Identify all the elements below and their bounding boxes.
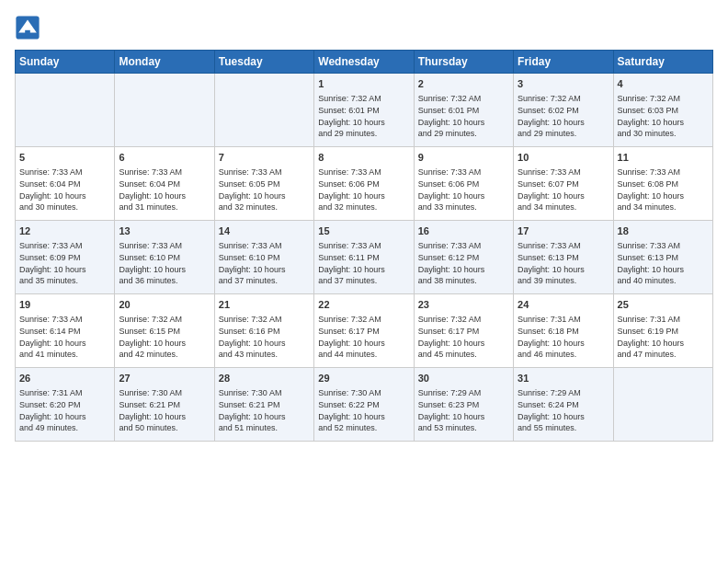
day-cell <box>16 74 115 147</box>
day-cell: 10Sunrise: 7:33 AM Sunset: 6:07 PM Dayli… <box>514 147 613 221</box>
day-info: Sunrise: 7:31 AM Sunset: 6:19 PM Dayligh… <box>618 314 709 360</box>
day-info: Sunrise: 7:32 AM Sunset: 6:03 PM Dayligh… <box>618 93 709 139</box>
day-number: 3 <box>518 77 609 91</box>
week-row-2: 5Sunrise: 7:33 AM Sunset: 6:04 PM Daylig… <box>16 147 713 221</box>
day-number: 12 <box>19 224 110 238</box>
day-cell: 15Sunrise: 7:33 AM Sunset: 6:11 PM Dayli… <box>314 221 414 294</box>
day-cell: 25Sunrise: 7:31 AM Sunset: 6:19 PM Dayli… <box>613 294 712 368</box>
week-row-5: 26Sunrise: 7:31 AM Sunset: 6:20 PM Dayli… <box>16 368 713 442</box>
day-cell: 3Sunrise: 7:32 AM Sunset: 6:02 PM Daylig… <box>514 74 613 147</box>
day-cell: 24Sunrise: 7:31 AM Sunset: 6:18 PM Dayli… <box>514 294 613 368</box>
day-number: 28 <box>219 372 310 385</box>
logo-icon <box>15 15 40 40</box>
day-number: 25 <box>618 298 709 312</box>
day-info: Sunrise: 7:31 AM Sunset: 6:18 PM Dayligh… <box>518 314 609 360</box>
day-cell: 12Sunrise: 7:33 AM Sunset: 6:09 PM Dayli… <box>16 221 115 294</box>
day-info: Sunrise: 7:32 AM Sunset: 6:01 PM Dayligh… <box>318 93 409 139</box>
day-info: Sunrise: 7:33 AM Sunset: 6:09 PM Dayligh… <box>19 240 110 286</box>
day-number: 20 <box>119 298 210 312</box>
day-number: 30 <box>418 372 509 385</box>
day-info: Sunrise: 7:30 AM Sunset: 6:22 PM Dayligh… <box>318 387 409 433</box>
day-info: Sunrise: 7:31 AM Sunset: 6:20 PM Dayligh… <box>19 387 110 433</box>
day-cell: 31Sunrise: 7:29 AM Sunset: 6:24 PM Dayli… <box>514 368 613 442</box>
day-info: Sunrise: 7:33 AM Sunset: 6:07 PM Dayligh… <box>518 167 609 213</box>
day-number: 8 <box>318 151 409 165</box>
day-cell: 30Sunrise: 7:29 AM Sunset: 6:23 PM Dayli… <box>414 368 513 442</box>
day-number: 6 <box>119 151 210 165</box>
day-number: 24 <box>518 298 609 312</box>
day-info: Sunrise: 7:33 AM Sunset: 6:04 PM Dayligh… <box>19 167 110 213</box>
day-number: 29 <box>318 372 409 385</box>
day-cell: 8Sunrise: 7:33 AM Sunset: 6:06 PM Daylig… <box>314 147 414 221</box>
day-info: Sunrise: 7:33 AM Sunset: 6:08 PM Dayligh… <box>618 167 709 213</box>
day-info: Sunrise: 7:33 AM Sunset: 6:12 PM Dayligh… <box>418 240 509 286</box>
day-cell: 26Sunrise: 7:31 AM Sunset: 6:20 PM Dayli… <box>16 368 115 442</box>
week-row-3: 12Sunrise: 7:33 AM Sunset: 6:09 PM Dayli… <box>16 221 713 294</box>
day-info: Sunrise: 7:32 AM Sunset: 6:17 PM Dayligh… <box>318 314 409 360</box>
day-number: 11 <box>618 151 709 165</box>
day-cell: 9Sunrise: 7:33 AM Sunset: 6:06 PM Daylig… <box>414 147 513 221</box>
day-info: Sunrise: 7:29 AM Sunset: 6:24 PM Dayligh… <box>518 387 609 433</box>
day-number: 22 <box>318 298 409 312</box>
day-number: 5 <box>19 151 110 165</box>
day-number: 27 <box>119 372 210 385</box>
day-info: Sunrise: 7:32 AM Sunset: 6:02 PM Dayligh… <box>518 93 609 139</box>
col-header-friday: Friday <box>514 51 613 74</box>
day-info: Sunrise: 7:33 AM Sunset: 6:13 PM Dayligh… <box>618 240 709 286</box>
day-number: 16 <box>418 224 509 238</box>
day-cell <box>613 368 712 442</box>
day-number: 17 <box>518 224 609 238</box>
day-info: Sunrise: 7:29 AM Sunset: 6:23 PM Dayligh… <box>418 387 509 433</box>
day-number: 21 <box>219 298 310 312</box>
day-number: 15 <box>318 224 409 238</box>
day-number: 4 <box>618 77 709 91</box>
day-number: 7 <box>219 151 310 165</box>
week-row-4: 19Sunrise: 7:33 AM Sunset: 6:14 PM Dayli… <box>16 294 713 368</box>
day-info: Sunrise: 7:33 AM Sunset: 6:10 PM Dayligh… <box>219 240 310 286</box>
col-header-thursday: Thursday <box>414 51 513 74</box>
day-number: 10 <box>518 151 609 165</box>
day-info: Sunrise: 7:33 AM Sunset: 6:14 PM Dayligh… <box>19 314 110 360</box>
day-number: 1 <box>318 77 409 91</box>
day-number: 23 <box>418 298 509 312</box>
day-info: Sunrise: 7:33 AM Sunset: 6:04 PM Dayligh… <box>119 167 210 213</box>
day-info: Sunrise: 7:32 AM Sunset: 6:16 PM Dayligh… <box>219 314 310 360</box>
day-cell: 1Sunrise: 7:32 AM Sunset: 6:01 PM Daylig… <box>314 74 414 147</box>
day-info: Sunrise: 7:32 AM Sunset: 6:17 PM Dayligh… <box>418 314 509 360</box>
col-header-sunday: Sunday <box>16 51 115 74</box>
day-cell: 20Sunrise: 7:32 AM Sunset: 6:15 PM Dayli… <box>115 294 214 368</box>
day-cell: 29Sunrise: 7:30 AM Sunset: 6:22 PM Dayli… <box>314 368 414 442</box>
day-cell: 23Sunrise: 7:32 AM Sunset: 6:17 PM Dayli… <box>414 294 513 368</box>
day-number: 18 <box>618 224 709 238</box>
day-info: Sunrise: 7:30 AM Sunset: 6:21 PM Dayligh… <box>219 387 310 433</box>
svg-rect-2 <box>25 30 30 37</box>
day-cell: 2Sunrise: 7:32 AM Sunset: 6:01 PM Daylig… <box>414 74 513 147</box>
day-cell: 14Sunrise: 7:33 AM Sunset: 6:10 PM Dayli… <box>214 221 313 294</box>
day-cell: 17Sunrise: 7:33 AM Sunset: 6:13 PM Dayli… <box>514 221 613 294</box>
day-cell: 7Sunrise: 7:33 AM Sunset: 6:05 PM Daylig… <box>214 147 313 221</box>
day-cell: 16Sunrise: 7:33 AM Sunset: 6:12 PM Dayli… <box>414 221 513 294</box>
day-number: 13 <box>119 224 210 238</box>
col-header-saturday: Saturday <box>613 51 712 74</box>
col-header-wednesday: Wednesday <box>314 51 414 74</box>
day-cell <box>214 74 313 147</box>
day-info: Sunrise: 7:33 AM Sunset: 6:10 PM Dayligh… <box>119 240 210 286</box>
day-number: 14 <box>219 224 310 238</box>
day-cell: 19Sunrise: 7:33 AM Sunset: 6:14 PM Dayli… <box>16 294 115 368</box>
day-number: 19 <box>19 298 110 312</box>
day-info: Sunrise: 7:33 AM Sunset: 6:11 PM Dayligh… <box>318 240 409 286</box>
day-cell: 11Sunrise: 7:33 AM Sunset: 6:08 PM Dayli… <box>613 147 712 221</box>
logo <box>15 15 42 40</box>
day-cell: 21Sunrise: 7:32 AM Sunset: 6:16 PM Dayli… <box>214 294 313 368</box>
col-header-monday: Monday <box>115 51 214 74</box>
page-header <box>15 15 713 40</box>
day-info: Sunrise: 7:33 AM Sunset: 6:13 PM Dayligh… <box>518 240 609 286</box>
day-info: Sunrise: 7:30 AM Sunset: 6:21 PM Dayligh… <box>119 387 210 433</box>
day-info: Sunrise: 7:32 AM Sunset: 6:15 PM Dayligh… <box>119 314 210 360</box>
day-info: Sunrise: 7:33 AM Sunset: 6:05 PM Dayligh… <box>219 167 310 213</box>
day-info: Sunrise: 7:33 AM Sunset: 6:06 PM Dayligh… <box>318 167 409 213</box>
day-cell: 5Sunrise: 7:33 AM Sunset: 6:04 PM Daylig… <box>16 147 115 221</box>
day-cell: 13Sunrise: 7:33 AM Sunset: 6:10 PM Dayli… <box>115 221 214 294</box>
day-info: Sunrise: 7:32 AM Sunset: 6:01 PM Dayligh… <box>418 93 509 139</box>
day-number: 2 <box>418 77 509 91</box>
